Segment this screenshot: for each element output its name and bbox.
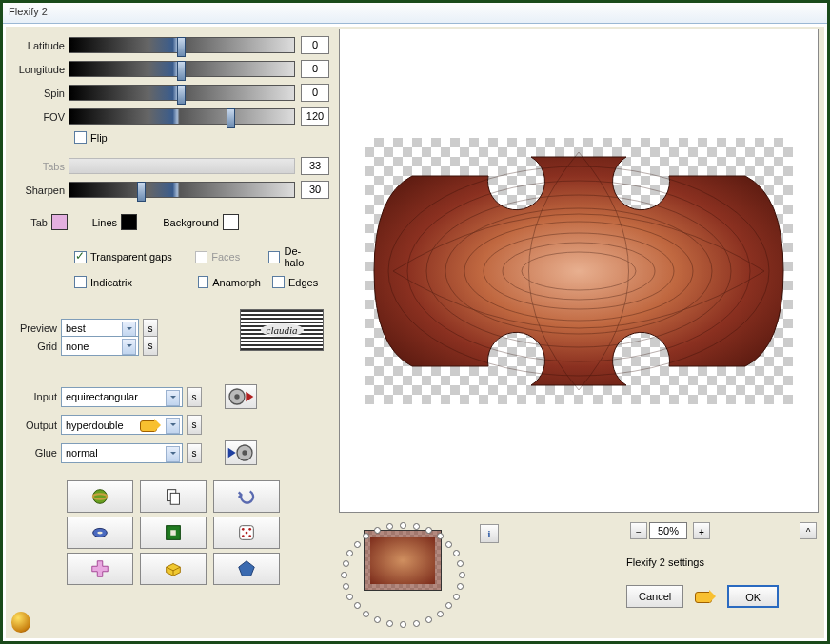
sharpen-value[interactable]: 30 <box>301 181 329 199</box>
lines-color-swatch[interactable] <box>121 214 137 230</box>
spin-value[interactable]: 0 <box>301 84 329 102</box>
transparent-gaps-checkbox[interactable]: Transparent gaps <box>74 245 184 268</box>
lines-color-label: Lines <box>85 217 121 228</box>
svg-point-9 <box>97 532 103 535</box>
fov-label: FOV <box>13 111 69 123</box>
longitude-slider[interactable] <box>69 61 295 77</box>
output-dropdown[interactable]: hyperdouble <box>61 415 183 435</box>
tab-color-swatch[interactable] <box>51 214 68 230</box>
svg-point-15 <box>246 532 248 535</box>
play-to-disc-button[interactable] <box>225 440 257 465</box>
dehalo-checkbox[interactable]: De-halo <box>268 245 320 268</box>
sharpen-label: Sharpen <box>13 185 69 196</box>
frame-button[interactable] <box>140 517 207 549</box>
window-titlebar[interactable]: Flexify 2 <box>3 3 827 24</box>
pointer-icon <box>140 419 165 432</box>
settings-text: Flexify 2 settings <box>626 556 704 568</box>
svg-point-17 <box>248 535 251 537</box>
controls-panel: Latitude 0 Longitude 0 Spin 0 FOV 120 Fl… <box>6 27 337 638</box>
sharpen-slider[interactable] <box>69 182 295 198</box>
tabs-slider <box>69 158 295 174</box>
cancel-button[interactable]: Cancel <box>626 585 683 608</box>
tab-color-label: Tab <box>13 217 51 228</box>
ok-button[interactable]: OK <box>727 585 779 608</box>
globe-button[interactable] <box>67 480 133 513</box>
pointer-icon <box>695 590 720 603</box>
svg-point-1 <box>234 394 239 399</box>
indicatrix-checkbox[interactable]: Indicatrix <box>74 276 187 288</box>
tabs-value[interactable]: 33 <box>301 157 329 175</box>
background-color-swatch[interactable] <box>223 214 239 230</box>
undo-button[interactable] <box>213 480 280 513</box>
info-button[interactable]: i <box>480 524 499 543</box>
brick-button[interactable] <box>140 553 207 585</box>
input-label: Input <box>13 391 61 402</box>
faces-checkbox: Faces <box>195 245 256 268</box>
thumbnail-ring[interactable] <box>337 518 470 633</box>
dice-button[interactable] <box>213 517 280 549</box>
spin-label: Spin <box>13 88 69 99</box>
tabs-label: Tabs <box>13 161 69 172</box>
spin-slider[interactable] <box>69 85 295 101</box>
zoom-value[interactable]: 50% <box>649 522 687 539</box>
longitude-value[interactable]: 0 <box>301 60 329 78</box>
easter-egg-icon[interactable] <box>11 612 30 633</box>
glue-reset-button[interactable]: s <box>187 443 202 463</box>
input-dropdown[interactable]: equirectangular <box>61 387 183 407</box>
preview-shape <box>365 138 793 404</box>
play-from-disc-button[interactable] <box>225 384 257 409</box>
svg-point-4 <box>93 490 108 504</box>
preview-label: Preview <box>13 322 61 334</box>
fov-slider[interactable] <box>69 108 295 125</box>
latitude-label: Latitude <box>13 40 69 51</box>
svg-rect-11 <box>170 530 176 536</box>
fov-value[interactable]: 120 <box>301 107 329 126</box>
thumbnail-preview <box>364 530 442 591</box>
zoom-out-button[interactable]: − <box>630 522 647 539</box>
grid-reset-button[interactable]: s <box>143 336 158 356</box>
edges-checkbox[interactable]: Edges <box>272 276 318 288</box>
anamorph-checkbox[interactable]: Anamorph <box>198 276 261 288</box>
grid-label: Grid <box>13 341 61 352</box>
brand-logo: claudia <box>240 309 324 351</box>
svg-point-3 <box>242 450 247 455</box>
zoom-in-button[interactable]: + <box>693 522 710 539</box>
output-reset-button[interactable]: s <box>187 415 202 435</box>
svg-point-13 <box>242 528 245 531</box>
svg-rect-7 <box>170 493 179 504</box>
grid-dropdown[interactable]: none <box>61 336 139 356</box>
preview-background <box>365 138 793 404</box>
output-label: Output <box>13 420 61 431</box>
input-reset-button[interactable]: s <box>187 387 202 407</box>
copy-button[interactable] <box>140 480 207 513</box>
latitude-value[interactable]: 0 <box>301 36 329 54</box>
window-title: Flexify 2 <box>9 6 48 17</box>
latitude-slider[interactable] <box>69 37 295 53</box>
longitude-label: Longitude <box>13 64 69 75</box>
svg-point-14 <box>248 528 251 531</box>
flip-checkbox[interactable]: Flip <box>74 131 108 144</box>
glue-label: Glue <box>13 447 61 459</box>
glue-dropdown[interactable]: normal <box>61 443 183 463</box>
flip-label: Flip <box>90 132 108 144</box>
svg-point-16 <box>242 535 245 537</box>
preview-canvas[interactable] <box>339 29 819 513</box>
plus-shape-button[interactable] <box>67 553 133 585</box>
torus-button[interactable] <box>67 517 133 549</box>
collapse-button[interactable]: ^ <box>800 522 817 539</box>
background-color-label: Background <box>154 217 223 228</box>
pentagon-button[interactable] <box>213 553 280 585</box>
